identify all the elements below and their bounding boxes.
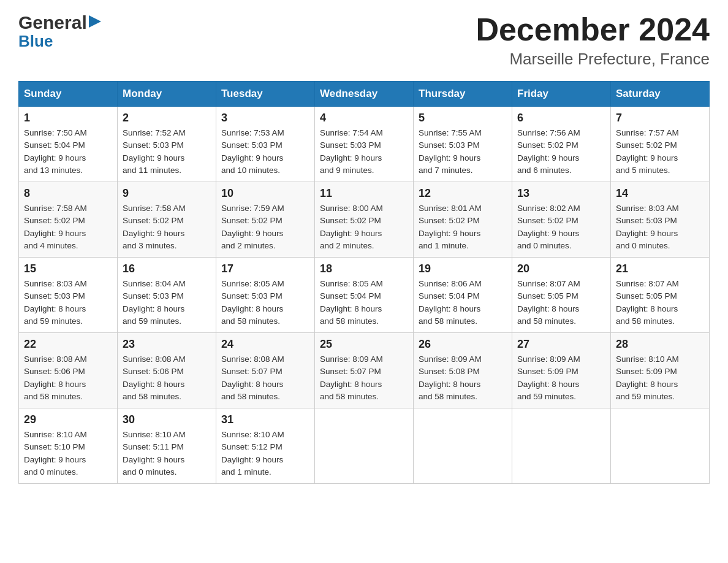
page-header: General Blue December 2024 Marseille Pre… <box>18 12 710 69</box>
calendar-cell: 14 Sunrise: 8:03 AM Sunset: 5:03 PM Dayl… <box>611 182 710 258</box>
header-tuesday: Tuesday <box>216 82 315 107</box>
day-number: 26 <box>419 338 507 351</box>
day-number: 19 <box>419 262 507 275</box>
day-info: Sunrise: 8:05 AM Sunset: 5:04 PM Dayligh… <box>320 278 408 327</box>
day-info: Sunrise: 8:02 AM Sunset: 5:02 PM Dayligh… <box>517 202 605 252</box>
calendar-cell: 7 Sunrise: 7:57 AM Sunset: 5:02 PM Dayli… <box>611 107 710 182</box>
day-info: Sunrise: 8:08 AM Sunset: 5:06 PM Dayligh… <box>24 353 112 403</box>
calendar-cell: 12 Sunrise: 8:01 AM Sunset: 5:02 PM Dayl… <box>414 182 512 258</box>
day-info: Sunrise: 8:05 AM Sunset: 5:03 PM Dayligh… <box>221 278 309 327</box>
calendar-cell: 24 Sunrise: 8:08 AM Sunset: 5:07 PM Dayl… <box>216 333 315 408</box>
day-info: Sunrise: 8:06 AM Sunset: 5:04 PM Dayligh… <box>419 278 507 327</box>
day-number: 3 <box>221 112 309 124</box>
day-number: 20 <box>517 262 605 275</box>
day-number: 29 <box>24 413 112 426</box>
day-info: Sunrise: 8:07 AM Sunset: 5:05 PM Dayligh… <box>517 278 605 327</box>
calendar-cell: 5 Sunrise: 7:55 AM Sunset: 5:03 PM Dayli… <box>414 107 512 182</box>
calendar-cell: 6 Sunrise: 7:56 AM Sunset: 5:02 PM Dayli… <box>512 107 611 182</box>
header-thursday: Thursday <box>414 82 512 107</box>
header-monday: Monday <box>118 82 216 107</box>
day-info: Sunrise: 8:09 AM Sunset: 5:09 PM Dayligh… <box>517 353 605 403</box>
day-info: Sunrise: 8:01 AM Sunset: 5:02 PM Dayligh… <box>419 202 507 252</box>
day-info: Sunrise: 8:10 AM Sunset: 5:10 PM Dayligh… <box>24 429 112 478</box>
day-number: 17 <box>221 262 309 275</box>
day-info: Sunrise: 7:57 AM Sunset: 5:02 PM Dayligh… <box>616 127 704 177</box>
day-info: Sunrise: 8:08 AM Sunset: 5:07 PM Dayligh… <box>221 353 309 403</box>
calendar-cell: 20 Sunrise: 8:07 AM Sunset: 5:05 PM Dayl… <box>512 258 611 333</box>
logo: General Blue <box>18 12 102 51</box>
calendar-cell <box>512 408 611 484</box>
calendar-cell: 25 Sunrise: 8:09 AM Sunset: 5:07 PM Dayl… <box>315 333 414 408</box>
day-info: Sunrise: 8:04 AM Sunset: 5:03 PM Dayligh… <box>123 278 211 327</box>
header-wednesday: Wednesday <box>315 82 414 107</box>
day-number: 1 <box>24 112 112 124</box>
calendar-header-row: SundayMondayTuesdayWednesdayThursdayFrid… <box>19 82 710 107</box>
day-info: Sunrise: 7:55 AM Sunset: 5:03 PM Dayligh… <box>419 127 507 177</box>
day-number: 21 <box>616 262 704 275</box>
calendar-week-3: 15 Sunrise: 8:03 AM Sunset: 5:03 PM Dayl… <box>19 258 710 333</box>
day-info: Sunrise: 7:52 AM Sunset: 5:03 PM Dayligh… <box>123 127 211 177</box>
day-info: Sunrise: 8:09 AM Sunset: 5:07 PM Dayligh… <box>320 353 408 403</box>
day-number: 12 <box>419 187 507 200</box>
day-number: 24 <box>221 338 309 351</box>
calendar-cell: 1 Sunrise: 7:50 AM Sunset: 5:04 PM Dayli… <box>19 107 118 182</box>
header-sunday: Sunday <box>19 82 118 107</box>
day-info: Sunrise: 8:08 AM Sunset: 5:06 PM Dayligh… <box>123 353 211 403</box>
day-info: Sunrise: 8:03 AM Sunset: 5:03 PM Dayligh… <box>616 202 704 252</box>
calendar-week-4: 22 Sunrise: 8:08 AM Sunset: 5:06 PM Dayl… <box>19 333 710 408</box>
day-info: Sunrise: 8:09 AM Sunset: 5:08 PM Dayligh… <box>419 353 507 403</box>
calendar-cell: 3 Sunrise: 7:53 AM Sunset: 5:03 PM Dayli… <box>216 107 315 182</box>
calendar-cell: 10 Sunrise: 7:59 AM Sunset: 5:02 PM Dayl… <box>216 182 315 258</box>
calendar-cell: 22 Sunrise: 8:08 AM Sunset: 5:06 PM Dayl… <box>19 333 118 408</box>
day-info: Sunrise: 7:59 AM Sunset: 5:02 PM Dayligh… <box>221 202 309 252</box>
day-number: 23 <box>123 338 211 351</box>
day-info: Sunrise: 8:10 AM Sunset: 5:09 PM Dayligh… <box>616 353 704 403</box>
logo-blue-text: Blue <box>18 32 53 51</box>
calendar-week-1: 1 Sunrise: 7:50 AM Sunset: 5:04 PM Dayli… <box>19 107 710 182</box>
day-number: 22 <box>24 338 112 351</box>
day-info: Sunrise: 7:53 AM Sunset: 5:03 PM Dayligh… <box>221 127 309 177</box>
day-number: 4 <box>320 112 408 124</box>
day-info: Sunrise: 7:54 AM Sunset: 5:03 PM Dayligh… <box>320 127 408 177</box>
day-number: 31 <box>221 413 309 426</box>
svg-marker-0 <box>89 15 101 28</box>
day-info: Sunrise: 7:58 AM Sunset: 5:02 PM Dayligh… <box>24 202 112 252</box>
calendar-cell: 11 Sunrise: 8:00 AM Sunset: 5:02 PM Dayl… <box>315 182 414 258</box>
day-info: Sunrise: 7:58 AM Sunset: 5:02 PM Dayligh… <box>123 202 211 252</box>
calendar-cell: 2 Sunrise: 7:52 AM Sunset: 5:03 PM Dayli… <box>118 107 216 182</box>
calendar-cell: 29 Sunrise: 8:10 AM Sunset: 5:10 PM Dayl… <box>19 408 118 484</box>
calendar-cell: 30 Sunrise: 8:10 AM Sunset: 5:11 PM Dayl… <box>118 408 216 484</box>
calendar-cell: 15 Sunrise: 8:03 AM Sunset: 5:03 PM Dayl… <box>19 258 118 333</box>
day-info: Sunrise: 8:10 AM Sunset: 5:11 PM Dayligh… <box>123 429 211 478</box>
calendar-cell: 23 Sunrise: 8:08 AM Sunset: 5:06 PM Dayl… <box>118 333 216 408</box>
calendar-cell: 9 Sunrise: 7:58 AM Sunset: 5:02 PM Dayli… <box>118 182 216 258</box>
calendar-cell: 27 Sunrise: 8:09 AM Sunset: 5:09 PM Dayl… <box>512 333 611 408</box>
location-subtitle: Marseille Prefecture, France <box>476 50 710 69</box>
day-number: 25 <box>320 338 408 351</box>
day-number: 9 <box>123 187 211 200</box>
day-number: 30 <box>123 413 211 426</box>
day-number: 2 <box>123 112 211 124</box>
calendar-cell: 16 Sunrise: 8:04 AM Sunset: 5:03 PM Dayl… <box>118 258 216 333</box>
header-friday: Friday <box>512 82 611 107</box>
calendar-cell: 31 Sunrise: 8:10 AM Sunset: 5:12 PM Dayl… <box>216 408 315 484</box>
calendar-cell: 8 Sunrise: 7:58 AM Sunset: 5:02 PM Dayli… <box>19 182 118 258</box>
day-number: 10 <box>221 187 309 200</box>
calendar-cell <box>611 408 710 484</box>
calendar-cell: 21 Sunrise: 8:07 AM Sunset: 5:05 PM Dayl… <box>611 258 710 333</box>
logo-arrow-icon <box>89 14 102 29</box>
day-info: Sunrise: 8:10 AM Sunset: 5:12 PM Dayligh… <box>221 429 309 478</box>
calendar-week-2: 8 Sunrise: 7:58 AM Sunset: 5:02 PM Dayli… <box>19 182 710 258</box>
day-number: 16 <box>123 262 211 275</box>
calendar-cell: 26 Sunrise: 8:09 AM Sunset: 5:08 PM Dayl… <box>414 333 512 408</box>
day-number: 7 <box>616 112 704 124</box>
day-info: Sunrise: 8:00 AM Sunset: 5:02 PM Dayligh… <box>320 202 408 252</box>
calendar-cell <box>315 408 414 484</box>
day-number: 15 <box>24 262 112 275</box>
day-number: 27 <box>517 338 605 351</box>
day-number: 18 <box>320 262 408 275</box>
calendar-cell: 13 Sunrise: 8:02 AM Sunset: 5:02 PM Dayl… <box>512 182 611 258</box>
day-info: Sunrise: 7:50 AM Sunset: 5:04 PM Dayligh… <box>24 127 112 177</box>
header-saturday: Saturday <box>611 82 710 107</box>
calendar-week-5: 29 Sunrise: 8:10 AM Sunset: 5:10 PM Dayl… <box>19 408 710 484</box>
